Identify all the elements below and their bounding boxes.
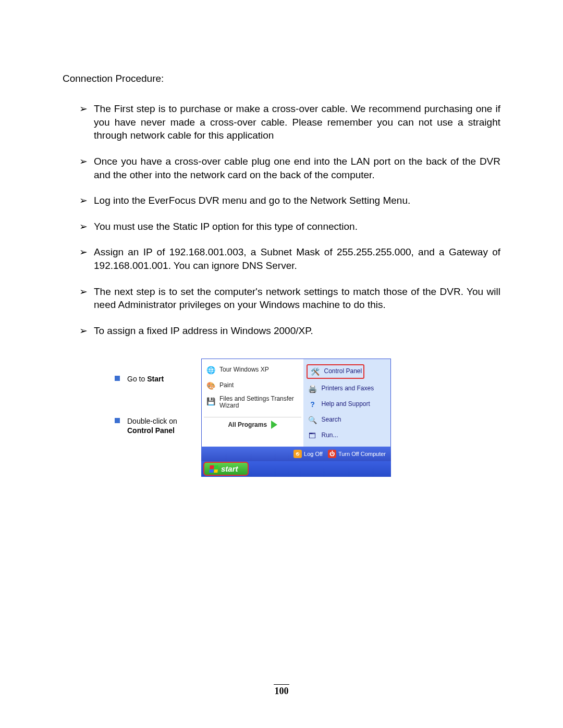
run-icon: 🗔 bbox=[307, 430, 318, 441]
start-item-label: Run... bbox=[321, 432, 338, 439]
start-menu-right-column: 🛠️ Control Panel 🖨️ Printers and Faxes ?… bbox=[303, 359, 390, 447]
start-item-label: Control Panel bbox=[324, 368, 362, 375]
start-item-printers-faxes[interactable]: 🖨️ Printers and Faxes bbox=[305, 381, 388, 397]
help-icon: ? bbox=[307, 399, 318, 410]
start-item-control-panel[interactable]: 🛠️ Control Panel bbox=[305, 362, 388, 381]
printer-icon: 🖨️ bbox=[307, 383, 318, 394]
start-item-label: Help and Support bbox=[321, 401, 370, 408]
start-menu-footer: ⎋ Log Off ⏻ Turn Off Computer bbox=[201, 447, 391, 461]
search-icon: 🔍 bbox=[307, 414, 318, 426]
bullet-item: The next step is to set the computer's n… bbox=[79, 285, 500, 312]
start-all-programs[interactable]: All Programs bbox=[204, 417, 301, 430]
start-button-label: start bbox=[221, 464, 238, 473]
power-icon: ⏻ bbox=[328, 450, 336, 458]
instr-text: Double-click on bbox=[127, 417, 177, 425]
windows-flag-icon bbox=[209, 465, 218, 473]
instruction-control-panel: Double-click onControl Panel bbox=[115, 416, 197, 436]
start-item-files-settings-transfer[interactable]: 💾 Files and Settings Transfer Wizard bbox=[204, 393, 301, 412]
start-item-help-support[interactable]: ? Help and Support bbox=[305, 397, 388, 412]
control-panel-icon: 🛠️ bbox=[309, 366, 321, 377]
turnoff-label: Turn Off Computer bbox=[338, 451, 386, 457]
instr-bold: Start bbox=[147, 375, 164, 383]
figure: Go to Start Double-click onControl Panel… bbox=[115, 359, 500, 477]
start-item-search[interactable]: 🔍 Search bbox=[305, 412, 388, 428]
all-programs-label: All Programs bbox=[228, 421, 267, 428]
instr-bold: Control Panel bbox=[127, 426, 175, 435]
start-item-label: Printers and Faxes bbox=[321, 385, 374, 392]
bullet-item: Once you have a cross-over cable plug on… bbox=[79, 155, 500, 181]
start-menu-left-column: 🌐 Tour Windows XP 🎨 Paint 💾 Files and Se… bbox=[202, 359, 303, 447]
page-number: 100 bbox=[0, 684, 563, 697]
section-heading: Connection Procedure: bbox=[63, 73, 500, 84]
start-item-label: Tour Windows XP bbox=[219, 366, 269, 374]
start-item-label: Search bbox=[321, 416, 341, 424]
start-item-tour-xp[interactable]: 🌐 Tour Windows XP bbox=[204, 362, 301, 378]
bullet-item: Assign an IP of 192.168.001.003, a Subne… bbox=[79, 245, 500, 272]
logoff-icon: ⎋ bbox=[293, 450, 302, 458]
turn-off-computer-button[interactable]: ⏻ Turn Off Computer bbox=[328, 450, 386, 458]
bullet-item: The First step is to purchase or make a … bbox=[79, 102, 500, 142]
arrow-right-icon bbox=[271, 421, 277, 429]
transfer-wizard-icon: 💾 bbox=[205, 396, 216, 407]
taskbar: start bbox=[201, 461, 391, 477]
bullet-list: The First step is to purchase or make a … bbox=[63, 102, 500, 338]
start-item-label: Files and Settings Transfer Wizard bbox=[219, 396, 300, 410]
paint-icon: 🎨 bbox=[205, 380, 216, 391]
bullet-item: To assign a fixed IP address in Windows … bbox=[79, 324, 500, 338]
start-item-run[interactable]: 🗔 Run... bbox=[305, 428, 388, 443]
bullet-item: You must use the Static IP option for th… bbox=[79, 220, 500, 233]
instr-text: Go to bbox=[127, 375, 147, 383]
windows-start-menu: 🌐 Tour Windows XP 🎨 Paint 💾 Files and Se… bbox=[201, 359, 391, 477]
logoff-label: Log Off bbox=[304, 451, 323, 457]
tour-icon: 🌐 bbox=[205, 364, 216, 376]
log-off-button[interactable]: ⎋ Log Off bbox=[293, 450, 323, 458]
start-button[interactable]: start bbox=[203, 462, 249, 476]
start-item-label: Paint bbox=[219, 382, 234, 389]
square-bullet-icon bbox=[115, 418, 120, 423]
bullet-item: Log into the EverFocus DVR menu and go t… bbox=[79, 194, 500, 207]
instruction-go-to-start: Go to Start bbox=[115, 374, 197, 384]
instruction-column: Go to Start Double-click onControl Panel bbox=[115, 359, 197, 477]
start-item-paint[interactable]: 🎨 Paint bbox=[204, 378, 301, 393]
square-bullet-icon bbox=[115, 376, 120, 381]
